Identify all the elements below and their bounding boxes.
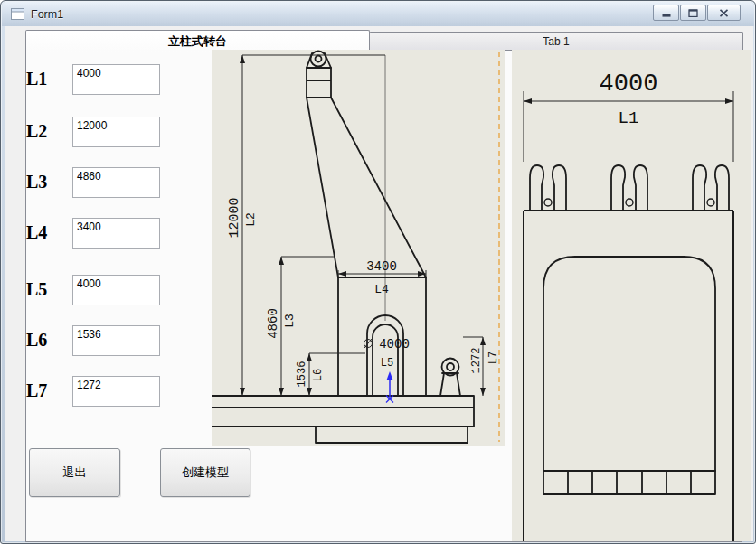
maximize-icon — [688, 9, 698, 17]
field-label-l3: L3 — [26, 172, 68, 193]
lug-right — [693, 165, 729, 211]
field-label-l7: L7 — [26, 380, 68, 402]
tab-tab1[interactable]: Tab 1 — [369, 32, 743, 51]
tab-column-turntable[interactable]: 立柱式转台 — [25, 30, 370, 52]
dim-l3-label: L3 — [283, 314, 297, 328]
maximize-button[interactable] — [680, 5, 706, 21]
dim-l7-label: L7 — [487, 352, 500, 364]
tab-column-turntable-label: 立柱式转台 — [168, 33, 227, 50]
dim-l6-value: 1536 — [296, 361, 308, 388]
window-title: Form1 — [31, 8, 63, 21]
minimize-icon — [662, 9, 671, 17]
form-icon — [11, 8, 24, 20]
dim-l5-value: 4000 — [379, 337, 410, 352]
field-label-l5: L5 — [26, 279, 68, 301]
field-label-l2: L2 — [26, 121, 68, 143]
dim-l4-label: L4 — [374, 283, 389, 296]
field-label-l4: L4 — [26, 222, 68, 244]
dim-l5-label: L5 — [381, 357, 393, 370]
field-label-l1: L1 — [26, 69, 68, 90]
field-input-l1[interactable]: 4000 — [72, 64, 160, 95]
dim-l6-label: L6 — [312, 369, 325, 381]
front-view-drawing: 4000 L1 — [512, 50, 751, 541]
close-button[interactable] — [707, 5, 741, 21]
dim-l1-label: L1 — [619, 108, 639, 128]
dim-l1-value: 4000 — [600, 70, 658, 98]
field-label-l6: L6 — [26, 330, 68, 352]
form-client-area: 立柱式转台 Tab 1 L1 4000 L2 12000 L3 4860 L4 … — [5, 26, 753, 541]
dim-l2-label: L2 — [244, 212, 258, 227]
caption-buttons — [653, 5, 741, 21]
close-icon — [719, 9, 729, 17]
exit-button[interactable]: 退出 — [29, 448, 120, 497]
field-input-l3[interactable]: 4860 — [72, 167, 160, 198]
field-input-l5[interactable]: 4000 — [72, 275, 160, 305]
field-input-l7[interactable]: 1272 — [72, 376, 160, 407]
dim-l4-value: 3400 — [366, 259, 397, 274]
dim-l2-value: 12000 — [227, 197, 242, 238]
origin-marker-icon — [386, 371, 393, 403]
create-model-button[interactable]: 创建模型 — [160, 448, 250, 497]
side-view-panel: 12000 L2 4860 L3 3400 L4 4000 L — [212, 50, 505, 446]
minimize-button[interactable] — [653, 5, 679, 21]
field-input-l4[interactable]: 3400 — [72, 218, 160, 249]
field-input-l6[interactable]: 1536 — [72, 325, 160, 356]
tab-tab1-label: Tab 1 — [543, 35, 569, 48]
dim-l7-value: 1272 — [470, 348, 483, 374]
app-window: Form1 — [0, 0, 756, 544]
front-view-panel: 4000 L1 — [512, 50, 751, 541]
lug-left — [530, 165, 566, 211]
title-bar[interactable]: Form1 — [2, 2, 754, 26]
side-view-drawing: 12000 L2 4860 L3 3400 L4 4000 L — [212, 50, 505, 446]
screen: Form1 — [0, 0, 756, 544]
field-input-l2[interactable]: 12000 — [72, 117, 160, 147]
dim-l3-value: 4860 — [266, 308, 280, 339]
lug-center — [611, 165, 647, 211]
